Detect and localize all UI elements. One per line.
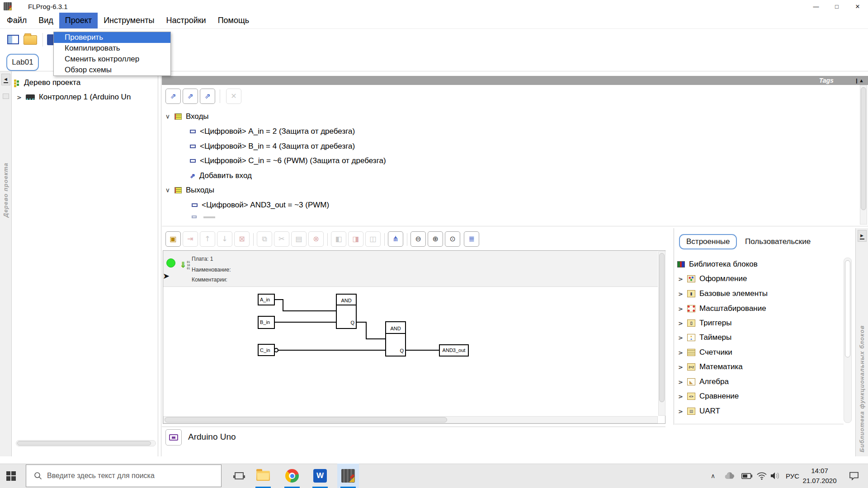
task-view-button[interactable] [228,464,250,488]
maximize-button[interactable]: □ [826,0,847,13]
move-up-button[interactable]: ↑ [200,231,215,247]
board-select-button[interactable] [165,429,182,446]
library-item-timers[interactable]: > Таймеры [678,332,731,343]
tray-battery[interactable] [741,464,752,488]
taskbar-chrome[interactable] [281,464,303,488]
chevron-right-icon[interactable]: > [678,291,683,297]
output-row-and3[interactable]: <Цифровой> AND3_out = ~3 (PWM) [192,199,329,211]
io-vertical-scrollbar[interactable] [860,85,867,225]
input-row-a[interactable]: <Цифровой> A_in = 2 (Защита от дребезга) [190,126,355,137]
menu-settings[interactable]: Настройки [160,13,212,28]
canvas-horizontal-scrollbar[interactable] [163,416,658,423]
menu-tools[interactable]: Инструменты [98,13,160,28]
menu-item-verify[interactable]: Проверить [54,32,170,43]
add-input-button[interactable]: ⇗ [165,89,181,104]
tags-panel-header[interactable]: Tags ❙▲ [162,76,868,85]
chevron-right-icon[interactable]: > [678,408,683,414]
close-button[interactable]: ✕ [847,0,868,13]
collapse-tree-button[interactable]: ◄ [1,74,10,85]
copy-button[interactable]: ⧉ [257,231,272,247]
tray-show-hidden[interactable]: ∧ [711,464,715,488]
tray-language[interactable]: РУС [786,464,799,488]
library-item-scaling[interactable]: > Масштабирование [678,303,766,314]
menu-help[interactable]: Помощь [212,13,255,28]
taskbar-word[interactable] [309,464,331,488]
input-row-c[interactable]: <Цифровой> C_in = ~6 (PWM) (Защита от др… [190,155,386,167]
menu-item-compile[interactable]: Компилировать [54,43,170,54]
library-item-math[interactable]: > Математика [678,361,743,373]
delete-io-button[interactable]: ✕ [226,89,241,104]
menu-view[interactable]: Вид [33,13,59,28]
delete-board-button[interactable]: ◨ [348,231,363,247]
taskbar-clock[interactable]: 14:07 21.07.2020 [798,466,841,486]
minimize-button[interactable]: — [806,0,826,13]
expand-library-button[interactable]: ► [858,230,867,242]
chevron-right-icon[interactable]: > [678,276,683,282]
tags-collapse-icon[interactable]: ❙▲ [854,78,864,84]
action-center-button[interactable] [849,464,859,488]
taskbar-flprog-active[interactable] [337,464,359,488]
canvas-vertical-scrollbar[interactable] [658,251,665,416]
zoom-in-button[interactable]: ⊕ [428,231,443,247]
chevron-down-icon[interactable]: > [165,114,171,119]
library-root-row[interactable]: Библиотека блоков [677,258,758,270]
menu-file[interactable]: Файл [1,13,33,28]
tree-horizontal-scrollbar[interactable] [16,440,156,446]
scrollbar-thumb[interactable] [861,87,866,210]
start-button[interactable] [0,464,22,488]
scrollbar-thumb[interactable] [165,417,447,422]
tray-volume[interactable] [770,464,781,488]
new-project-icon[interactable] [7,35,19,44]
add-output-button[interactable]: ⇗ [183,89,198,104]
chevron-right-icon[interactable]: > [678,364,683,370]
outputs-group-row[interactable]: > Выходы [165,184,214,196]
library-item-uart[interactable]: > UART [678,405,720,417]
tab-user[interactable]: Пользовательские [745,234,811,249]
add-input-row[interactable]: ⇗ Добавить вход [190,170,252,182]
taskbar-explorer[interactable] [252,464,274,488]
cut-button[interactable]: ✂ [274,231,289,247]
chevron-right-icon[interactable]: > [678,394,683,399]
controller-tree-item[interactable]: > Контроллер 1 (Arduino Un [17,91,131,103]
library-item-triggers[interactable]: > Триггеры [678,317,731,329]
block-info-button[interactable]: ≣ [464,231,479,247]
add-board-button[interactable]: ◧ [331,231,346,247]
menu-project[interactable]: Проект [59,13,98,28]
menu-item-scheme-overview[interactable]: Обзор схемы [54,65,170,75]
delete-block-button[interactable]: ⊗ [308,231,324,247]
inputs-group-row[interactable]: > Входы [165,111,209,122]
chevron-right-icon[interactable]: > [678,320,683,326]
library-item-compare[interactable]: > Сравнение [678,390,739,402]
scrollbar-thumb[interactable] [659,253,665,402]
zoom-out-button[interactable]: ⊖ [410,231,426,247]
replace-block-button[interactable]: ⊠ [234,231,250,247]
board-properties-button[interactable]: ◫ [365,231,381,247]
taskbar-search[interactable] [26,465,222,487]
library-vertical-scrollbar[interactable] [844,258,852,423]
paste-button[interactable]: ▤ [291,231,307,247]
open-project-icon[interactable] [24,35,37,45]
scrollbar-thumb[interactable] [845,260,850,357]
tray-onedrive[interactable] [724,464,736,488]
library-item-basic[interactable]: > Базовые элементы [678,288,768,300]
search-input[interactable] [47,472,201,480]
chevron-right-icon[interactable]: > [17,94,22,100]
chevron-right-icon[interactable]: > [678,379,683,385]
panel-splitter[interactable] [158,71,158,456]
library-item-algebra[interactable]: > Алгебра [678,376,729,388]
library-item-decor[interactable]: > Оформление [678,273,747,285]
logic-schematic[interactable]: A_in B_in C_in AND Q AND Q AND3_out [163,287,658,415]
move-down-button[interactable]: ↓ [217,231,232,247]
chevron-right-icon[interactable]: > [678,306,683,312]
chevron-right-icon[interactable]: > [678,335,683,341]
project-tab[interactable]: Lab01 [6,54,39,71]
library-item-counters[interactable]: > Счетчики [678,347,732,358]
chevron-right-icon[interactable]: > [678,350,683,356]
zoom-actual-button[interactable]: ⊙ [445,231,460,247]
scrollbar-thumb[interactable] [17,441,151,446]
add-block-button[interactable]: ▣ [165,231,181,247]
tray-wifi[interactable] [757,464,767,488]
add-variable-button[interactable]: ⇗ [200,89,215,104]
insert-block-button[interactable]: ⇥ [183,231,198,247]
tab-builtin[interactable]: Встроенные [679,234,737,249]
